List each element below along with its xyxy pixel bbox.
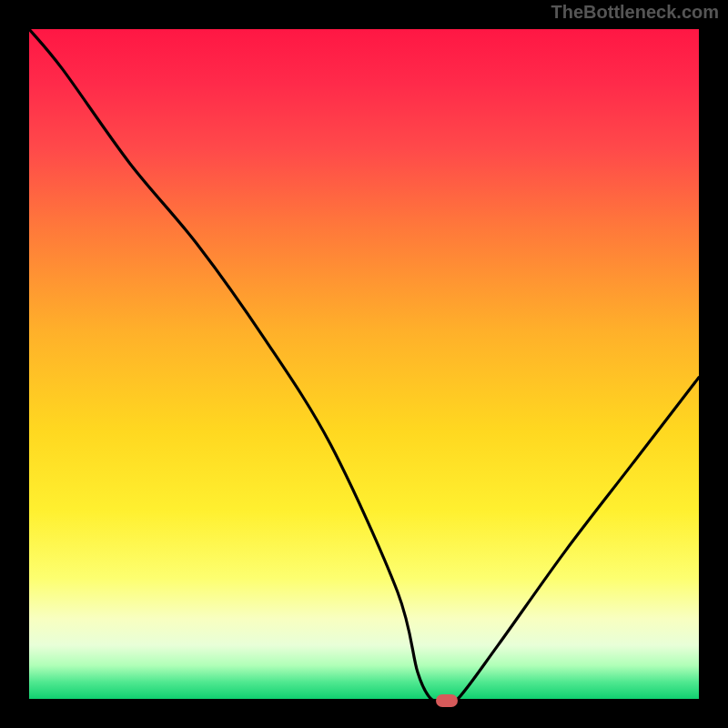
chart-plot-area (27, 27, 701, 701)
chart-curve (29, 29, 699, 699)
optimal-point-marker (436, 694, 458, 707)
watermark-text: TheBottleneck.com (551, 2, 719, 23)
